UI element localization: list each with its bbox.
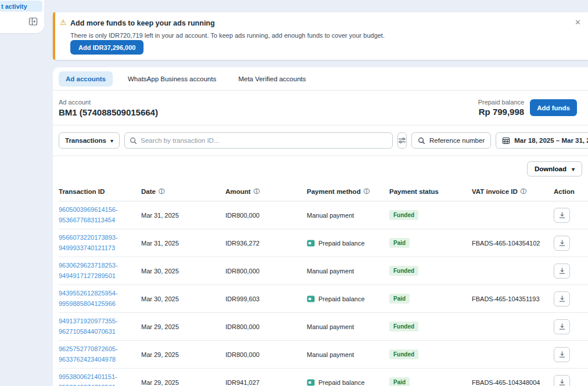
transaction-type-dropdown[interactable]: Transactions ▾ — [59, 132, 120, 149]
date-cell: Mar 29, 2025 — [141, 323, 225, 330]
payment-method-label: Manual payment — [307, 323, 354, 330]
table-row: 9566073220173893-9499933740121173 Mar 31… — [59, 229, 588, 257]
warning-icon: ⚠ — [60, 18, 67, 27]
filter-settings-button[interactable] — [397, 132, 407, 149]
status-badge: Paid — [389, 238, 410, 248]
sidebar: t activity — [0, 0, 44, 33]
download-receipt-button[interactable] — [554, 264, 570, 279]
prepaid-balance-value: Rp 799,998 — [478, 107, 525, 117]
prepaid-balance-icon — [307, 378, 315, 386]
download-dropdown-button[interactable]: Download ▾ — [527, 161, 582, 176]
col-payment-status: Payment status — [389, 188, 439, 195]
download-label: Download — [535, 165, 567, 172]
collapse-sidebar-icon — [28, 17, 38, 26]
status-badge: Paid — [389, 294, 410, 304]
transaction-id-link[interactable]: 9439552612825954-9959885804125966 — [59, 288, 135, 308]
download-icon — [558, 295, 566, 302]
banner-title: Add more funds to keep your ads running — [70, 19, 215, 27]
search-icon — [130, 137, 137, 145]
download-icon — [558, 211, 566, 219]
chevron-down-icon: ▾ — [572, 166, 575, 172]
download-receipt-button[interactable] — [554, 347, 570, 362]
transaction-id-link[interactable]: 9491371920977355-9627105844070631 — [59, 316, 135, 336]
payment-method-label: Manual payment — [307, 212, 354, 219]
info-icon[interactable]: ⓘ — [159, 189, 164, 194]
payment-method-label: Prepaid balance — [318, 379, 365, 386]
table-row: 9953800621401151-9553949874719561 Mar 29… — [59, 369, 588, 386]
download-receipt-button[interactable] — [554, 375, 570, 386]
vat-invoice-cell: FBADS-465-104354102 — [472, 240, 554, 247]
vat-invoice-cell: FBADS-465-104351193 — [472, 295, 554, 302]
download-receipt-button[interactable] — [554, 236, 570, 251]
download-icon — [558, 239, 566, 247]
amount-cell: IDR800,000 — [225, 268, 307, 275]
download-icon — [558, 351, 566, 358]
col-action: Action — [554, 188, 575, 195]
banner-body: There is only IDR720,719 left in your ad… — [70, 32, 385, 39]
table-header-row: Transaction ID Date ⓘ Amount ⓘ Payment m… — [59, 182, 588, 201]
col-transaction-id: Transaction ID — [59, 188, 105, 195]
info-icon[interactable]: ⓘ — [253, 189, 259, 194]
table-row: 9605003969614156-9536677683113454 Mar 31… — [59, 201, 588, 229]
transaction-id-link[interactable]: 9630629623718253-9494917127289501 — [59, 261, 135, 280]
status-badge: Funded — [389, 322, 418, 331]
date-cell: Mar 31, 2025 — [141, 212, 225, 219]
download-receipt-button[interactable] — [554, 291, 570, 306]
payment-method-label: Prepaid balance — [318, 295, 365, 302]
ad-account-name: BM1 (574088509015664) — [59, 107, 158, 117]
payment-method-label: Manual payment — [307, 268, 354, 275]
tab-whatsapp-business-accounts[interactable]: WhatsApp Business accounts — [121, 71, 223, 86]
date-range-picker[interactable]: Mar 18, 2025 – Mar 31, 2025 ▾ — [496, 132, 588, 149]
col-amount: Amount — [225, 188, 250, 195]
prepaid-balance-icon — [307, 295, 315, 303]
prepaid-balance-label: Prepaid balance — [478, 99, 525, 106]
calendar-icon — [502, 136, 510, 145]
payment-method-label: Prepaid balance — [318, 240, 365, 247]
search-input[interactable] — [141, 137, 388, 144]
info-icon[interactable]: ⓘ — [521, 189, 526, 194]
tab-ad-accounts[interactable]: Ad accounts — [59, 71, 113, 86]
status-badge: Funded — [389, 266, 418, 276]
amount-cell: IDR941,027 — [225, 379, 307, 386]
transaction-search[interactable] — [124, 132, 393, 149]
transactions-table: Transaction ID Date ⓘ Amount ⓘ Payment m… — [53, 182, 588, 386]
close-icon[interactable]: ✕ — [575, 18, 581, 27]
payment-method-label: Manual payment — [307, 351, 354, 358]
date-cell: Mar 31, 2025 — [141, 240, 225, 247]
amount-cell: IDR800,000 — [225, 351, 307, 358]
download-icon — [558, 378, 566, 386]
collapse-sidebar-button[interactable] — [27, 15, 40, 28]
table-toolbar: Download ▾ — [53, 156, 588, 182]
download-receipt-button[interactable] — [554, 208, 570, 223]
table-body: 9605003969614156-9536677683113454 Mar 31… — [59, 201, 588, 386]
transaction-type-label: Transactions — [65, 137, 106, 144]
reference-number-label: Reference number — [429, 137, 485, 144]
table-row: 9630629623718253-9494917127289501 Mar 30… — [59, 257, 588, 285]
date-cell: Mar 30, 2025 — [141, 295, 225, 302]
status-badge: Funded — [389, 210, 418, 220]
search-icon — [418, 137, 425, 145]
transaction-id-link[interactable]: 9566073220173893-9499933740121173 — [59, 233, 135, 252]
transaction-id-link[interactable]: 9605003969614156-9536677683113454 — [59, 205, 135, 225]
chevron-down-icon: ▾ — [110, 138, 113, 144]
low-funds-banner: ⚠ Add more funds to keep your ads runnin… — [53, 12, 588, 60]
download-icon — [558, 323, 566, 330]
table-row: 9625752770872605-9633762423404978 Mar 29… — [59, 341, 588, 369]
date-cell: Mar 29, 2025 — [141, 379, 225, 386]
banner-accent-bar — [53, 12, 55, 60]
date-range-label: Mar 18, 2025 – Mar 31, 2025 — [514, 137, 588, 144]
add-funds-button[interactable]: Add funds — [530, 99, 577, 116]
transaction-id-link[interactable]: 9625752770872605-9633762423404978 — [59, 344, 135, 364]
date-cell: Mar 30, 2025 — [141, 268, 225, 275]
reference-number-button[interactable]: Reference number — [411, 132, 491, 149]
table-row: 9439552612825954-9959885804125966 Mar 30… — [59, 285, 588, 313]
transaction-id-link[interactable]: 9953800621401151-9553949874719561 — [59, 372, 135, 386]
date-cell: Mar 29, 2025 — [141, 351, 225, 358]
add-funds-amount-button[interactable]: Add IDR37,296,000 — [70, 40, 144, 55]
info-icon[interactable]: ⓘ — [364, 189, 370, 194]
account-type-tabs: Ad accounts WhatsApp Business accounts M… — [53, 67, 588, 91]
tab-meta-verified-accounts[interactable]: Meta Verified accounts — [231, 71, 313, 86]
sidebar-item-payment-activity[interactable]: t activity — [0, 1, 42, 12]
amount-cell: IDR800,000 — [225, 323, 307, 330]
download-receipt-button[interactable] — [554, 319, 570, 334]
